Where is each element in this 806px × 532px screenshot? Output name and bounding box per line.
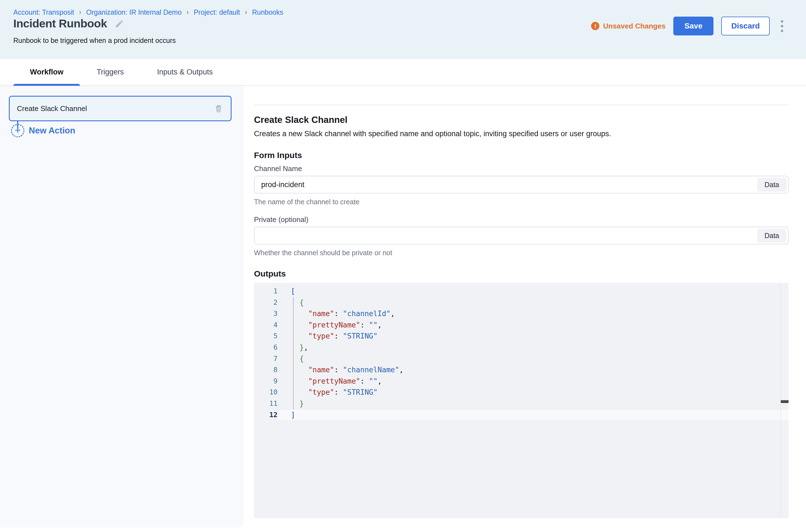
private-field-wrap: Data (254, 227, 789, 244)
outputs-code-editor[interactable]: 1[2 {3 "name": "channelId",4 "prettyName… (254, 283, 789, 518)
channel-name-data-button[interactable]: Data (757, 178, 786, 192)
content-area: Create Slack Channel (0, 86, 806, 532)
form-inputs-heading: Form Inputs (254, 151, 789, 160)
channel-name-label: Channel Name (254, 165, 789, 173)
edit-pencil-icon (115, 25, 124, 29)
delete-action-button[interactable] (214, 103, 223, 113)
edit-title-button[interactable] (115, 19, 124, 28)
trash-icon (214, 110, 223, 114)
breadcrumb-separator-icon: › (187, 8, 189, 16)
breadcrumb-separator-icon: › (245, 8, 247, 16)
code-line: 12] (254, 410, 789, 421)
tab-workflow[interactable]: Workflow (13, 59, 80, 85)
code-line: 1[ (254, 286, 789, 297)
tab-triggers[interactable]: Triggers (80, 59, 141, 85)
outputs-heading: Outputs (254, 269, 789, 279)
code-text: }, (277, 342, 789, 353)
code-text: [ (277, 286, 789, 297)
line-number: 9 (254, 376, 277, 387)
line-number: 1 (254, 286, 277, 297)
private-label: Private (optional) (254, 215, 789, 224)
code-line: 5 "type": "STRING" (254, 330, 789, 342)
private-input[interactable] (254, 227, 789, 244)
page-header: Account: Transposit›Organization: IR Int… (0, 0, 806, 59)
channel-name-input[interactable] (254, 176, 789, 193)
code-text: "prettyName": "", (277, 319, 789, 331)
code-line: 11 } (254, 398, 789, 410)
line-number: 10 (254, 387, 277, 398)
private-helper: Whether the channel should be private or… (254, 249, 789, 257)
indent-guide (293, 297, 294, 410)
save-button[interactable]: Save (673, 17, 714, 35)
code-text: "name": "channelName", (277, 364, 789, 376)
code-text: "name": "channelId", (277, 308, 789, 319)
page-title: Incident Runbook (13, 17, 107, 30)
code-line: 7 { (254, 353, 789, 364)
line-number: 7 (254, 353, 277, 364)
editor-scrollbar-thumb[interactable] (781, 400, 789, 403)
code-lines: 1[2 {3 "name": "channelId",4 "prettyName… (254, 283, 789, 420)
code-line: 9 "prettyName": "", (254, 376, 789, 387)
breadcrumb-link[interactable]: Project: default (194, 8, 240, 16)
action-card-create-slack-channel[interactable]: Create Slack Channel (9, 96, 232, 121)
workflow-steps-panel: Create Slack Channel (0, 86, 244, 528)
breadcrumb-link[interactable]: Organization: IR Internal Demo (86, 8, 182, 16)
code-line: 3 "name": "channelId", (254, 308, 789, 319)
action-card-label: Create Slack Channel (17, 104, 87, 113)
code-line: 10 "type": "STRING" (254, 387, 789, 398)
warning-icon: ! (591, 22, 599, 30)
top-divider (254, 104, 789, 105)
channel-name-helper: The name of the channel to create (254, 198, 789, 206)
line-number: 11 (254, 398, 277, 410)
code-line: 4 "prettyName": "", (254, 319, 789, 331)
line-number: 8 (254, 364, 277, 376)
action-detail-pane: Create Slack Channel Creates a new Slack… (244, 86, 806, 532)
discard-button[interactable]: Discard (721, 17, 770, 35)
code-text: } (277, 398, 789, 410)
line-number: 3 (254, 308, 277, 319)
unsaved-changes-status: ! Unsaved Changes (591, 22, 665, 31)
page-subtitle: Runbook to be triggered when a prod inci… (13, 37, 176, 44)
code-text: { (277, 353, 789, 364)
new-action-label: New Action (29, 126, 75, 136)
line-number: 12 (254, 410, 277, 421)
breadcrumb-link[interactable]: Account: Transposit (13, 8, 74, 16)
line-number: 4 (254, 319, 277, 331)
runbook-editor-page: Account: Transposit›Organization: IR Int… (0, 0, 806, 532)
tab-inputs-outputs[interactable]: Inputs & Outputs (141, 59, 229, 85)
code-line: 8 "name": "channelName", (254, 364, 789, 376)
new-action-button[interactable]: + New Action (11, 124, 75, 137)
code-text: ] (277, 410, 789, 421)
plus-icon: + (11, 124, 24, 137)
action-description: Creates a new Slack channel with specifi… (254, 129, 789, 138)
code-text: "type": "STRING" (277, 387, 789, 398)
breadcrumb: Account: Transposit›Organization: IR Int… (13, 8, 283, 16)
code-text: "type": "STRING" (277, 330, 789, 342)
header-actions: ! Unsaved Changes Save Discard (591, 17, 785, 35)
private-data-button[interactable]: Data (757, 229, 786, 243)
code-line: 6 }, (254, 342, 789, 353)
line-number: 2 (254, 297, 277, 308)
line-number: 6 (254, 342, 277, 353)
kebab-menu-icon[interactable] (779, 19, 785, 34)
title-row: Incident Runbook (13, 17, 124, 30)
action-title: Create Slack Channel (254, 115, 789, 125)
breadcrumb-link[interactable]: Runbooks (252, 8, 283, 16)
code-line: 2 { (254, 297, 789, 308)
unsaved-changes-label: Unsaved Changes (603, 22, 665, 31)
code-text: "prettyName": "", (277, 376, 789, 387)
tab-bar: WorkflowTriggersInputs & Outputs (0, 59, 806, 86)
line-number: 5 (254, 330, 277, 342)
breadcrumb-separator-icon: › (79, 8, 81, 16)
channel-name-field-wrap: Data (254, 176, 789, 193)
code-text: { (277, 297, 789, 308)
